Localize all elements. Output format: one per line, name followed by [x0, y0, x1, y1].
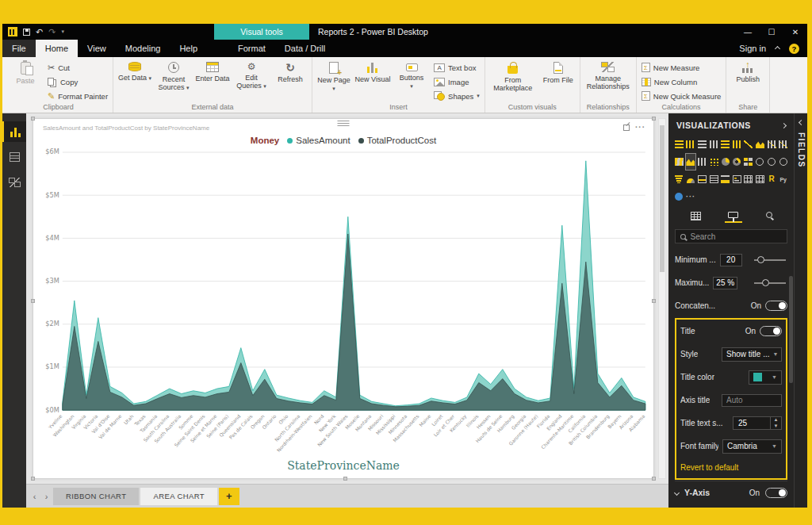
report-view-button[interactable]: [2, 121, 26, 142]
resize-handle[interactable]: [652, 299, 656, 303]
more-visuals-icon[interactable]: ···: [686, 189, 696, 205]
new-page-button[interactable]: New Page ▾: [316, 59, 352, 93]
funnel-chart-icon[interactable]: [674, 171, 684, 187]
clustered-bar-chart-icon[interactable]: [697, 136, 707, 152]
r-script-visual-icon[interactable]: R: [767, 171, 777, 187]
tab-data-drill[interactable]: Data / Drill: [275, 40, 335, 57]
minimize-button[interactable]: —: [736, 24, 760, 40]
100-stacked-bar-chart-icon[interactable]: [720, 136, 730, 152]
previous-page-arrow[interactable]: ‹: [29, 492, 40, 501]
resize-handle[interactable]: [31, 477, 35, 481]
refresh-button[interactable]: ↻ Refresh: [272, 59, 308, 83]
y-axis-toggle[interactable]: [765, 488, 787, 498]
new-column-button[interactable]: New Column: [640, 75, 723, 88]
shapes-button[interactable]: Shapes ▾: [432, 90, 481, 102]
resize-handle[interactable]: [652, 117, 656, 121]
slider-knob[interactable]: [762, 279, 769, 286]
title-color-dropdown[interactable]: ▼: [749, 370, 782, 385]
stacked-column-chart-icon[interactable]: [686, 136, 696, 152]
arcgis-map-icon[interactable]: [674, 189, 684, 205]
format-pane-tab[interactable]: [725, 212, 742, 223]
resize-handle[interactable]: [652, 477, 656, 481]
manage-relationships-button[interactable]: Manage Relationships: [584, 59, 633, 91]
axis-title-input[interactable]: [722, 394, 782, 407]
kpi-icon[interactable]: [720, 171, 730, 187]
multi-row-card-icon[interactable]: [709, 171, 719, 187]
new-visual-button[interactable]: New Visual: [354, 59, 391, 83]
new-quick-measure-button[interactable]: New Quick Measure: [640, 90, 723, 102]
close-button[interactable]: ✕: [783, 24, 807, 40]
area-chart-visual[interactable]: ··· SalesAmount and TotalProductCost by …: [35, 121, 652, 477]
collapse-pane-icon[interactable]: [781, 122, 787, 128]
format-search-box[interactable]: [675, 229, 787, 243]
ribbon-chart-icon[interactable]: [674, 154, 684, 170]
tab-file[interactable]: File: [2, 40, 36, 57]
minimum-input[interactable]: 20: [720, 254, 742, 266]
area-chart-icon[interactable]: [686, 154, 696, 170]
map-icon[interactable]: [755, 154, 765, 170]
data-view-button[interactable]: [2, 147, 26, 167]
concatenate-toggle[interactable]: [765, 301, 787, 311]
legend-item-totalproductcost[interactable]: TotalProductCost: [358, 136, 437, 145]
cut-button[interactable]: ✂ Cut: [46, 61, 109, 74]
minimum-slider[interactable]: [754, 259, 786, 261]
report-page[interactable]: ··· SalesAmount and TotalProductCost by …: [33, 118, 654, 479]
table-icon[interactable]: [744, 171, 754, 187]
revert-to-default-link[interactable]: Revert to default: [680, 458, 782, 478]
waterfall-chart-icon[interactable]: [697, 154, 707, 170]
card-icon[interactable]: [697, 171, 707, 187]
model-view-button[interactable]: [2, 172, 26, 193]
fields-pane-collapsed[interactable]: FIELDS: [794, 113, 807, 508]
maximize-button[interactable]: ☐: [760, 24, 783, 40]
format-row-y-axis[interactable]: Y-Axis On: [675, 481, 787, 504]
python-visual-icon[interactable]: Py: [778, 171, 788, 187]
expand-section-icon[interactable]: [674, 489, 680, 495]
visual-tools-context-group[interactable]: Visual tools: [214, 24, 309, 40]
new-measure-button[interactable]: New Measure: [640, 61, 723, 74]
page-tab-ribbon-chart[interactable]: RIBBON CHART: [53, 488, 139, 505]
expand-fields-icon[interactable]: [798, 120, 803, 125]
maximum-slider[interactable]: [754, 282, 786, 284]
qat-customize-caret-icon[interactable]: ▾: [61, 29, 64, 35]
help-icon[interactable]: ?: [789, 44, 799, 54]
scatter-chart-icon[interactable]: [709, 154, 719, 170]
enter-data-button[interactable]: Enter Data: [194, 59, 231, 82]
gauge-icon[interactable]: [686, 171, 696, 187]
copy-button[interactable]: Copy: [46, 75, 109, 88]
tab-modeling[interactable]: Modeling: [116, 40, 170, 57]
100-stacked-column-chart-icon[interactable]: [732, 136, 742, 152]
tab-format[interactable]: Format: [228, 40, 275, 57]
legend-item-salesamount[interactable]: SalesAmount: [287, 136, 350, 145]
line-chart-icon[interactable]: [744, 136, 754, 152]
tab-help[interactable]: Help: [170, 40, 207, 57]
undo-icon[interactable]: ↶: [36, 28, 43, 36]
canvas-scrollbar[interactable]: [658, 118, 666, 479]
analytics-pane-tab[interactable]: [766, 212, 772, 218]
more-options-icon[interactable]: ···: [635, 123, 645, 132]
format-painter-button[interactable]: ✎ Format Painter: [46, 90, 109, 102]
slider-knob[interactable]: [757, 256, 764, 263]
clustered-column-chart-icon[interactable]: [709, 136, 719, 152]
style-dropdown[interactable]: Show title ...▼: [722, 347, 782, 362]
next-page-arrow[interactable]: ›: [41, 492, 52, 501]
fields-pane-tab[interactable]: [691, 212, 701, 220]
focus-mode-icon[interactable]: [623, 125, 630, 131]
publish-button[interactable]: Publish: [730, 59, 766, 83]
save-icon[interactable]: [23, 29, 30, 36]
font-family-dropdown[interactable]: Cambria▼: [722, 439, 782, 454]
recent-sources-button[interactable]: Recent Sources ▾: [155, 59, 192, 92]
filled-map-icon[interactable]: [767, 154, 777, 170]
stepper-arrows-icon[interactable]: ▲▼: [770, 417, 781, 429]
donut-chart-icon[interactable]: [732, 154, 742, 170]
matrix-icon[interactable]: [755, 171, 765, 187]
line-and-stacked-column-chart-icon[interactable]: [767, 136, 777, 152]
sign-in-link[interactable]: Sign in: [739, 44, 766, 53]
from-file-button[interactable]: From File: [540, 59, 576, 84]
stacked-bar-chart-icon[interactable]: [674, 136, 684, 152]
new-page-tab-button[interactable]: +: [219, 488, 239, 505]
redo-icon[interactable]: ↷: [48, 28, 56, 36]
scrollbar-thumb[interactable]: [660, 125, 665, 272]
collapse-ribbon-icon[interactable]: [775, 45, 780, 51]
image-button[interactable]: Image: [432, 75, 481, 88]
tab-view[interactable]: View: [78, 40, 116, 57]
